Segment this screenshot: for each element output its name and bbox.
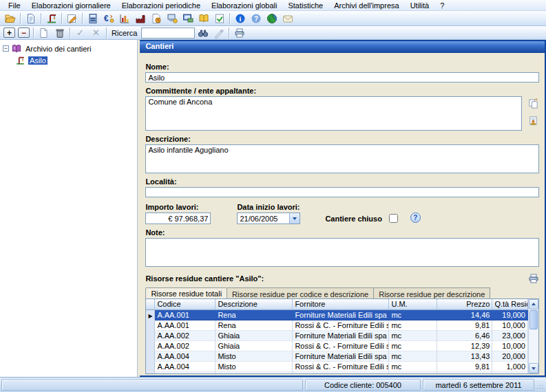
import-note-icon [528,116,538,126]
collapse-icon[interactable]: − [3,45,9,52]
data-inizio-combo[interactable]: 21/06/2005 [237,213,300,224]
scroll-up-button[interactable] [529,299,538,309]
computer-coins-button[interactable] [164,12,180,25]
row-indicator [146,362,155,372]
col-header-descrizione[interactable]: Descrizione [216,299,293,310]
importo-field[interactable] [145,213,211,224]
table-row[interactable]: A.AA.004 Misto Forniture Materiali Edili… [146,351,528,362]
table-cell: Misto [216,362,293,372]
monitor-cash-button[interactable] [180,12,196,25]
combo-dropdown-button[interactable] [289,213,300,224]
apply-check-icon [214,13,225,24]
remove-button[interactable]: − [18,28,30,38]
col-header-prezzo[interactable]: Prezzo [437,299,492,310]
menu-elaborazioni-giornaliere[interactable]: Elaborazioni giornaliere [26,1,116,10]
table-cell: Rossi & C. - Forniture Edili snc [293,362,389,372]
table-cell: mc [389,341,437,351]
delete-button[interactable] [52,26,67,39]
table-scrollbar[interactable] [528,299,538,373]
print-button[interactable] [231,26,247,39]
find-button[interactable] [195,26,211,39]
menu-archivi-impresa[interactable]: Archivi dell'impresa [328,1,404,10]
euro-rates-button[interactable]: € [101,12,116,25]
help-button[interactable]: ? [248,12,264,25]
col-header-qta-residua[interactable]: Q.tà Residua [492,299,528,310]
status-client-code: Codice cliente: 005400 [305,379,421,391]
table-cell: Rossi & C. - Forniture Edili snc [293,341,389,351]
table-row[interactable]: A.AA.002 Ghiaia Forniture Materiali Edil… [146,331,528,341]
menu-help[interactable]: ? [434,1,450,10]
table-row[interactable]: A.AA.001 Rena Rossi & C. - Forniture Edi… [146,320,528,331]
table-cell: A.AA.002 [155,341,216,351]
col-header-um[interactable]: U.M. [389,299,437,310]
tree-root-archivio-cantieri[interactable]: − Archivio dei cantieri [1,43,136,54]
search-input[interactable] [141,28,195,39]
new-record-button[interactable] [36,26,52,39]
menu-elaborazioni-globali[interactable]: Elaborazioni globali [206,1,282,10]
table-cell: A.AA.001 [155,310,216,320]
scroll-down-button[interactable] [529,363,538,373]
archive-book-icon [11,44,22,54]
localita-field[interactable] [145,187,539,197]
tree-item-asilo[interactable]: Asilo [1,54,136,66]
table-header-row: Codice Descrizione Fornitore U.M. Prezzo… [146,299,528,310]
cantiere-chiuso-checkbox[interactable] [389,214,398,223]
col-header-codice[interactable]: Codice [155,299,216,310]
cancel-button[interactable]: ✕ [88,26,104,39]
confirm-button[interactable]: ✓ [72,26,88,39]
table-cell: 12,39 [437,341,492,351]
arrow-down-icon [532,367,536,370]
trash-icon [54,28,65,39]
scroll-track[interactable] [529,330,538,363]
table-row[interactable]: A.AA.002 Ghiaia Rossi & C. - Forniture E… [146,341,528,351]
tree-item-label[interactable]: Asilo [28,56,48,65]
calculator-button[interactable] [85,12,101,25]
edit-button[interactable] [64,12,80,25]
descrizione-field[interactable]: Asilo infantile Agugliano [145,144,539,173]
cantiere-chiuso-label: Cantiere chiuso [325,215,382,223]
globe-button[interactable] [264,12,280,25]
table-row[interactable]: ▶ A.AA.001 Rena Forniture Materiali Edil… [146,310,528,320]
note-field[interactable] [145,238,539,267]
table-row[interactable]: A.AA.005 Macinato Forniture Materiali Ed… [146,372,528,373]
worksite-button[interactable] [43,12,59,25]
scroll-thumb[interactable] [529,310,538,329]
risorse-tabs: Risorse residue totali Risorse residue p… [145,287,539,298]
table-cell: A.AA.005 [155,372,216,373]
col-header-fornitore[interactable]: Fornitore [293,299,389,310]
committente-field[interactable]: Comune di Ancona [145,96,522,131]
menu-utilita[interactable]: Utilità [405,1,435,10]
toolbar-separator [106,28,107,39]
tab-risorse-codice-descrizione[interactable]: Risorse residue per codice e descrizione [227,287,374,298]
field-help-icon[interactable]: ? [410,213,421,223]
table-cell: mc [389,310,437,320]
resize-grip[interactable]: .:: [536,379,545,391]
annotate-button[interactable] [211,26,227,39]
info-button[interactable]: i [232,12,248,25]
menu-statistiche[interactable]: Statistiche [282,1,328,10]
import-note-button[interactable] [527,115,539,127]
open-folder-button[interactable] [2,12,18,25]
print-resources-button[interactable] [527,273,539,285]
table-cell: Forniture Materiali Edili spa [293,351,389,362]
book-button[interactable] [196,12,211,25]
row-indicator [146,372,155,373]
menu-elaborazioni-periodiche[interactable]: Elaborazioni periodiche [116,1,206,10]
copy-note-button[interactable] [527,98,539,109]
chart-button[interactable] [116,12,132,25]
menu-file[interactable]: File [3,1,26,10]
table-row[interactable]: A.AA.004 Misto Rossi & C. - Forniture Ed… [146,362,528,372]
document-clock-button[interactable] [148,12,164,25]
tab-risorse-totali[interactable]: Risorse residue totali [145,287,227,298]
search-label: Ricerca [112,29,137,37]
nome-field[interactable] [145,72,539,83]
committente-label: Committente / ente appaltante: [145,87,539,95]
chevron-down-icon [293,217,297,220]
add-button[interactable]: + [3,28,15,38]
mail-button[interactable] [280,12,295,25]
document-button[interactable] [23,12,39,25]
tab-risorse-descrizione[interactable]: Risorse residue per descrizione [374,287,490,298]
factory-button[interactable] [132,12,148,25]
table-cell: Forniture Materiali Edili spa [293,310,389,320]
apply-check-button[interactable] [211,12,227,25]
